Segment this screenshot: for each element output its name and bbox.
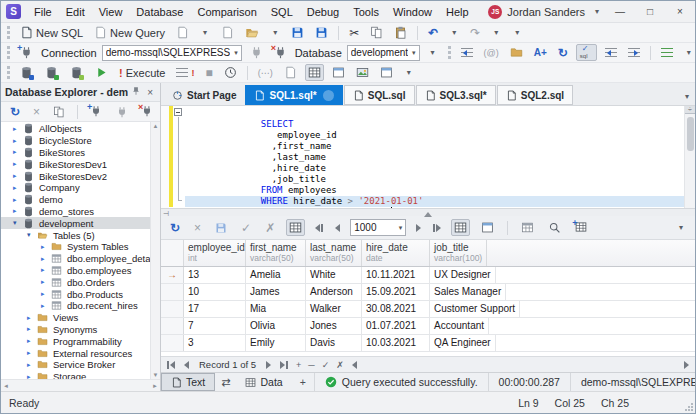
menu-item[interactable]: Comparison — [190, 4, 263, 20]
grid-cell[interactable]: 10 — [184, 284, 246, 300]
scrollbar-thumb[interactable] — [687, 117, 694, 151]
scroll-left-button[interactable] — [350, 360, 359, 370]
execute-overflow-caret-icon[interactable]: ▾ — [401, 68, 417, 77]
tree-item[interactable]: Service Broker — [1, 359, 160, 371]
tree-chevron-icon[interactable] — [41, 290, 51, 298]
previous-record-button[interactable] — [182, 360, 191, 370]
previous-page-button[interactable] — [333, 223, 342, 233]
grid-view-toggle[interactable] — [451, 219, 470, 236]
tree-chevron-icon[interactable] — [27, 349, 37, 357]
explorer-vertical-scrollbar[interactable]: ▲ ▼ — [150, 122, 160, 379]
close-tab-icon[interactable] — [323, 90, 334, 101]
menu-item[interactable]: File — [27, 4, 59, 20]
tree-chevron-icon[interactable] — [41, 302, 51, 310]
results-overflow-caret-icon[interactable]: ▾ — [673, 223, 689, 232]
column-header[interactable]: first_name varchar(50) — [246, 240, 306, 266]
resize-grip[interactable] — [684, 402, 693, 411]
cancel-edit-button[interactable]: ✗ — [335, 360, 345, 370]
column-header[interactable]: employee_id int — [184, 240, 246, 266]
format-document-button[interactable] — [458, 46, 476, 60]
editor-tab[interactable]: SQL.sql — [344, 85, 415, 105]
database-check-button[interactable] — [67, 64, 87, 82]
grid-cell[interactable]: Walker — [306, 301, 362, 317]
tree-chevron-icon[interactable] — [27, 361, 37, 369]
grid-cell[interactable]: Davis — [306, 335, 362, 351]
text-case-button[interactable]: A+ — [531, 45, 550, 61]
tree-item[interactable]: AllObjects — [1, 123, 160, 135]
grid-cell[interactable]: 10.11.2021 — [362, 267, 430, 283]
grid-cell[interactable]: White — [306, 267, 362, 283]
paged-mode-toggle[interactable] — [286, 219, 305, 236]
database-select[interactable]: development ▾ — [347, 45, 420, 61]
grid-cell[interactable]: 01.07.2021 — [362, 318, 430, 334]
new-item-button[interactable] — [218, 24, 237, 41]
export-results-button[interactable] — [281, 64, 300, 81]
new-query-button[interactable]: New Query — [91, 24, 168, 41]
grid-cell[interactable]: Mia — [246, 301, 306, 317]
grid-cell[interactable]: 17 — [184, 301, 246, 317]
cut-button[interactable]: ✂ — [346, 25, 362, 41]
menu-item[interactable]: Help — [439, 4, 476, 20]
menu-item[interactable]: Edit — [59, 4, 92, 20]
tree-chevron-icon[interactable] — [13, 125, 23, 133]
run-button[interactable] — [92, 64, 111, 81]
post-edit-button[interactable]: ✓ — [321, 360, 331, 370]
row-indicator[interactable] — [161, 318, 184, 334]
history-button[interactable] — [221, 64, 240, 81]
grid-cell[interactable]: 10.03.2021 — [362, 335, 430, 351]
menu-item[interactable]: View — [92, 4, 130, 20]
toolbar-overflow-caret-icon[interactable]: ▾ — [509, 28, 525, 37]
sql-editor[interactable]: SELECT employee_id ,first_name ,last_nam… — [161, 105, 695, 208]
undo-button[interactable]: ↶ — [425, 25, 441, 41]
row-indicator[interactable] — [161, 284, 184, 300]
column-header[interactable]: job_title varchar(100) — [430, 240, 487, 266]
menu-item[interactable]: Tools — [346, 4, 386, 20]
tree-chevron-icon[interactable] — [27, 231, 37, 239]
parameters-button[interactable]: (@) — [481, 45, 502, 61]
layout-button[interactable] — [329, 64, 348, 81]
column-chooser-button[interactable] — [518, 219, 537, 236]
toolbar-grip[interactable] — [448, 46, 451, 59]
disconnect-button[interactable]: × — [271, 44, 290, 61]
duplicate-button[interactable] — [50, 104, 68, 120]
rename-button[interactable] — [507, 44, 526, 61]
delete-connection-button[interactable]: × — [30, 104, 43, 120]
minimize-button[interactable]: — — [605, 1, 635, 22]
tree-chevron-icon[interactable] — [27, 373, 37, 379]
menu-item[interactable]: SQL — [264, 4, 300, 20]
menu-item[interactable]: Database — [129, 4, 190, 20]
editor-vertical-scrollbar[interactable]: ÷ — [684, 106, 695, 208]
tree-item[interactable]: dbo.employee_details — [1, 253, 160, 265]
tree-chevron-icon[interactable] — [13, 219, 23, 227]
find-in-results-button[interactable] — [545, 219, 564, 236]
grid-cell[interactable]: UX Designer — [430, 267, 496, 283]
column-header[interactable]: last_name varchar(50) — [306, 240, 362, 266]
tree-item[interactable]: Storage — [1, 371, 160, 379]
format-overflow-caret-icon[interactable]: ▾ — [681, 48, 696, 57]
tree-item[interactable]: dbo.Orders — [1, 276, 160, 288]
grid-cell[interactable]: 13 — [184, 267, 246, 283]
connection-overflow-caret-icon[interactable]: ▾ — [425, 48, 441, 57]
tree-item[interactable]: dbo.employees — [1, 265, 160, 277]
column-header[interactable]: hire_date date — [362, 240, 430, 266]
connection-select[interactable]: demo-mssql\SQLEXPRESS ▾ — [102, 45, 242, 61]
editor-tab[interactable]: SQL2.sql — [497, 85, 573, 105]
tree-item[interactable]: Views — [1, 312, 160, 324]
results-grid-toggle[interactable] — [305, 64, 324, 81]
grid-cell[interactable]: 3 — [184, 335, 246, 351]
last-record-button[interactable] — [278, 360, 290, 370]
tree-item[interactable]: External resources — [1, 347, 160, 359]
maximize-button[interactable]: □ — [635, 1, 665, 22]
copy-button[interactable] — [367, 24, 386, 41]
new-window-button[interactable] — [377, 64, 396, 81]
append-record-button[interactable]: + — [295, 360, 302, 370]
refresh-code-button[interactable]: ↻ — [555, 45, 571, 61]
tree-chevron-icon[interactable] — [27, 337, 37, 345]
redo-caret-icon[interactable]: ▾ — [488, 28, 504, 37]
execute-script-button[interactable]: ! — [173, 66, 197, 80]
paste-button[interactable] — [391, 24, 410, 41]
grid-cell[interactable]: Sales Manager — [430, 284, 506, 300]
collapse-results-icon[interactable] — [424, 208, 432, 217]
grid-cell[interactable]: Anderson — [306, 284, 362, 300]
fold-collapse-icon[interactable] — [174, 108, 182, 116]
